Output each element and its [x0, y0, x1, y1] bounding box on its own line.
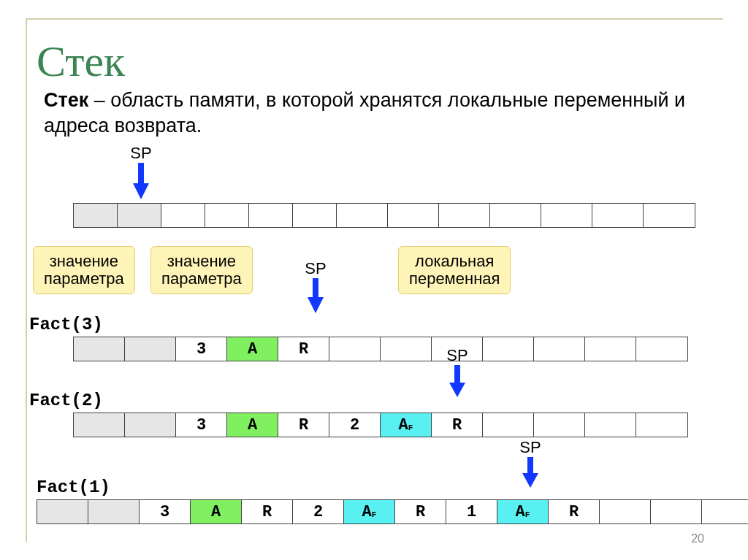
- memory-cell: [125, 413, 176, 437]
- memory-cell: AF: [497, 500, 549, 523]
- memory-cell: R: [549, 500, 600, 523]
- svg-marker-5: [449, 383, 465, 397]
- memory-cell: R: [395, 500, 446, 523]
- sp-pointer-1: SP: [119, 144, 163, 199]
- memory-cell: 3: [176, 337, 227, 361]
- memory-cell: [644, 204, 695, 227]
- memory-cell: [74, 337, 125, 361]
- memory-row-1: [73, 203, 695, 228]
- definition-rest: – область памяти, в которой хранятся лок…: [44, 89, 685, 137]
- page-number: 20: [691, 532, 704, 545]
- sp-label: SP: [446, 346, 468, 365]
- svg-marker-1: [133, 183, 149, 199]
- tag-param-1: значениепараметра: [33, 246, 135, 294]
- memory-cell: [125, 337, 176, 361]
- svg-rect-6: [527, 457, 533, 475]
- arrow-down-icon: [130, 163, 152, 199]
- memory-cell: [534, 413, 585, 437]
- memory-cell: A: [227, 413, 278, 437]
- tag-local-var: локальнаяпеременная: [398, 246, 511, 294]
- memory-cell: [161, 204, 205, 227]
- memory-cell: A: [227, 337, 278, 361]
- memory-cell: 3: [176, 413, 227, 437]
- memory-row-3: 3AR2AFR: [73, 413, 688, 437]
- memory-cell: [483, 337, 534, 361]
- memory-cell: [636, 413, 687, 437]
- memory-cell: [592, 204, 644, 227]
- memory-cell: [702, 500, 748, 523]
- memory-cell: [37, 500, 88, 523]
- arrow-down-icon: [305, 278, 327, 313]
- svg-marker-7: [522, 473, 538, 488]
- memory-cell: [337, 204, 388, 227]
- memory-cell: [74, 204, 118, 227]
- memory-cell: [249, 204, 293, 227]
- label-fact-3: Fact(3): [29, 315, 103, 334]
- memory-cell: AF: [381, 413, 432, 437]
- memory-row-4: 3AR2AFR1AFR: [37, 499, 748, 524]
- memory-cell: 3: [140, 500, 191, 523]
- memory-cell: [118, 204, 161, 227]
- memory-cell: [381, 337, 432, 361]
- memory-cell: [205, 204, 249, 227]
- definition-term: Стек: [44, 89, 88, 111]
- memory-cell: 2: [329, 413, 381, 437]
- label-fact-2: Fact(2): [29, 391, 103, 410]
- label-fact-1: Fact(1): [37, 477, 110, 497]
- memory-cell: [585, 337, 636, 361]
- memory-cell: [293, 204, 337, 227]
- arrow-down-icon: [519, 457, 541, 488]
- memory-cell: [483, 413, 534, 437]
- sp-label: SP: [130, 144, 151, 163]
- memory-cell: [534, 337, 585, 361]
- memory-cell: AF: [344, 500, 395, 523]
- tag-param-2: значениепараметра: [150, 246, 253, 294]
- memory-cell: 2: [293, 500, 344, 523]
- memory-cell: [388, 204, 439, 227]
- arrow-down-icon: [446, 365, 468, 397]
- memory-cell: [74, 413, 125, 437]
- memory-cell: [541, 204, 592, 227]
- memory-cell: A: [191, 500, 242, 523]
- memory-cell: [329, 337, 381, 361]
- page-title: Стек: [37, 37, 125, 87]
- memory-cell: 1: [446, 500, 497, 523]
- svg-rect-0: [138, 163, 144, 185]
- memory-cell: [490, 204, 541, 227]
- memory-cell: [88, 500, 140, 523]
- memory-cell: [585, 413, 636, 437]
- sp-pointer-2: SP: [294, 259, 337, 313]
- sp-pointer-4: SP: [508, 438, 552, 488]
- sp-pointer-3: SP: [435, 346, 479, 397]
- svg-rect-4: [454, 365, 460, 384]
- definition-text: Стек – область памяти, в которой хранятс…: [44, 88, 748, 139]
- memory-cell: [636, 337, 687, 361]
- svg-marker-3: [308, 297, 324, 313]
- memory-cell: R: [278, 337, 329, 361]
- sp-label: SP: [519, 438, 541, 457]
- memory-cell: R: [242, 500, 293, 523]
- memory-cell: R: [432, 413, 483, 437]
- memory-cell: [600, 500, 651, 523]
- memory-row-2: 3AR: [73, 337, 688, 361]
- memory-cell: [439, 204, 490, 227]
- sp-label: SP: [305, 259, 326, 278]
- svg-rect-2: [313, 278, 318, 299]
- memory-cell: [651, 500, 702, 523]
- memory-cell: R: [278, 413, 329, 437]
